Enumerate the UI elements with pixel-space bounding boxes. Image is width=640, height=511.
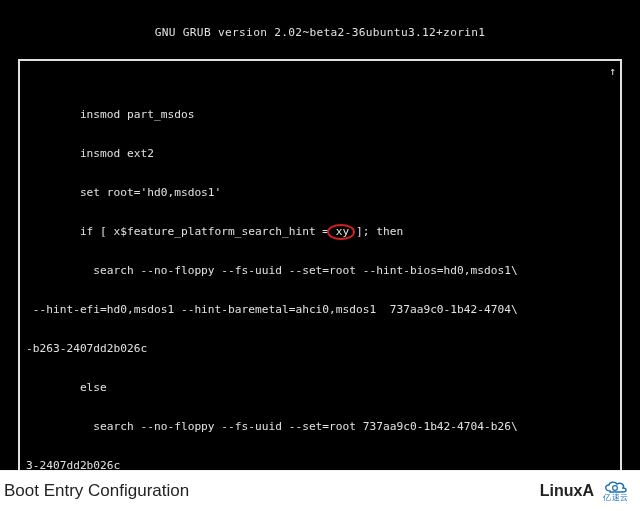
grub-line[interactable]: search --no-floppy --fs-uuid --set=root … <box>26 264 614 277</box>
logo-subtext: 亿速云 <box>603 494 629 502</box>
scroll-up-arrow-icon: ↑ <box>609 65 616 78</box>
grub-editor-screen: GNU GRUB version 2.02~beta2-36ubuntu3.12… <box>0 0 640 470</box>
grub-line[interactable]: else <box>26 381 614 394</box>
caption-right: LinuxA 亿速云 <box>540 479 634 503</box>
grub-line[interactable]: set root='hd0,msdos1' <box>26 186 614 199</box>
grub-title: GNU GRUB version 2.02~beta2-36ubuntu3.12… <box>0 26 640 39</box>
brand-text: LinuxA <box>540 482 594 500</box>
grub-line[interactable]: -b263-2407dd2b026c <box>26 342 614 355</box>
grub-editor-box[interactable]: ↑ insmod part_msdos insmod ext2 set root… <box>18 59 622 511</box>
grub-line[interactable]: --hint-efi=hd0,msdos1 --hint-baremetal=a… <box>26 303 614 316</box>
cloud-logo-icon: 亿速云 <box>598 479 634 503</box>
grub-line[interactable]: search --no-floppy --fs-uuid --set=root … <box>26 420 614 433</box>
grub-line[interactable]: insmod ext2 <box>26 147 614 160</box>
grub-line[interactable]: if [ x$feature_platform_search_hint = xy… <box>26 225 614 238</box>
svg-point-0 <box>613 486 618 491</box>
caption-title: Boot Entry Configuration <box>4 481 189 501</box>
caption-footer: Boot Entry Configuration LinuxA 亿速云 <box>0 470 640 511</box>
grub-line[interactable]: insmod part_msdos <box>26 108 614 121</box>
